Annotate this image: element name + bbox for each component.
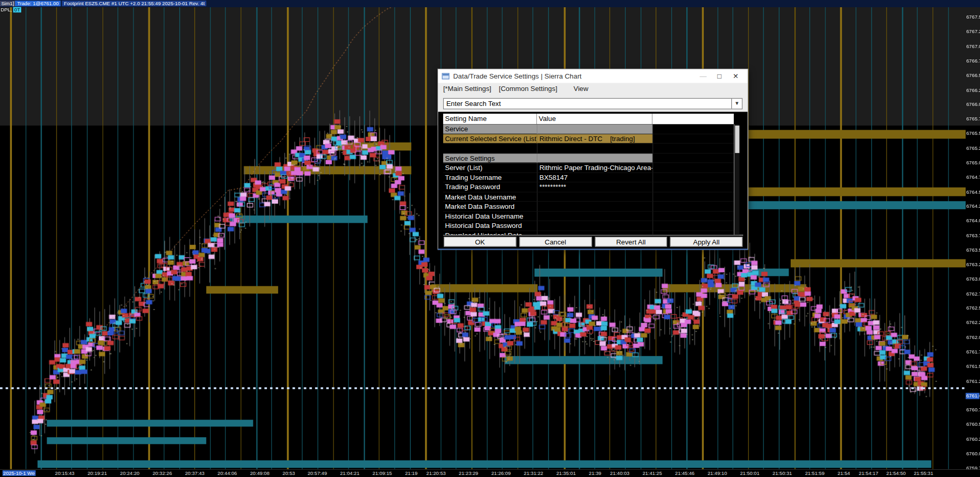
search-input[interactable]: Enter Search Text [444, 99, 731, 109]
price-label: 6760.50 [966, 422, 980, 428]
setting-value [537, 144, 653, 153]
price-label: 6766.50 [966, 72, 980, 79]
setting-row[interactable]: Service Settings [443, 153, 734, 163]
row-filler [653, 231, 734, 235]
setting-value: BX58147 [537, 173, 653, 182]
price-label: 6764.00 [966, 218, 980, 224]
time-label: 20:53 [282, 470, 295, 476]
apply-all-button[interactable]: Apply All [670, 237, 743, 247]
setting-row[interactable]: Market Data Password [443, 202, 734, 212]
time-label: 20:44:06 [218, 470, 237, 476]
setting-row [443, 144, 734, 153]
price-label: 6764.75 [966, 175, 980, 181]
time-label: 21:50:01 [740, 470, 760, 476]
setting-value [537, 221, 653, 231]
setting-row[interactable]: Trading Password********** [443, 182, 734, 192]
column-header-setting-name: Setting Name [443, 114, 537, 125]
price-label: 6761.50 [966, 364, 980, 370]
price-label: 6761.75 [966, 349, 980, 355]
dpl-label: DPL, [1, 7, 12, 12]
price-label: 6760.75 [966, 407, 980, 413]
price-label: 6760.25 [966, 436, 980, 442]
pl-indicator: DPL,0T [1, 7, 21, 13]
maximize-button[interactable]: □ [711, 69, 727, 83]
setting-row[interactable]: Server (List)Rithmic Paper Trading-Chica… [443, 163, 734, 173]
row-filler [653, 202, 734, 212]
column-header-value: Value [537, 114, 653, 125]
table-scrollbar[interactable] [734, 125, 740, 235]
setting-name: Trading Password [443, 182, 537, 192]
setting-row[interactable]: Historical Data Password [443, 221, 734, 231]
setting-name: Historical Data Password [443, 221, 537, 231]
time-label: 20:32:26 [153, 470, 172, 476]
dialog-titlebar[interactable]: Data/Trade Service Settings | Sierra Cha… [438, 69, 747, 83]
row-filler [653, 134, 734, 144]
setting-row[interactable]: Current Selected Service (List)Rithmic D… [443, 134, 734, 144]
time-label: 21:09:15 [372, 470, 392, 476]
ok-button[interactable]: OK [444, 237, 516, 247]
time-label: 21:31:22 [524, 470, 544, 476]
row-filler [653, 144, 734, 153]
row-filler [653, 192, 734, 202]
row-filler [653, 212, 734, 222]
time-label: 21:49:10 [707, 470, 727, 476]
price-label: 6767.00 [966, 43, 980, 50]
setting-row[interactable]: Download Historical Data [443, 231, 734, 235]
setting-row[interactable]: Market Data Username [443, 192, 734, 202]
setting-row[interactable]: Trading UsernameBX58147 [443, 173, 734, 182]
chart-titlebar: Sim1]Trade: 1@6761.00 Footprint ESZ5.CME… [0, 0, 980, 7]
setting-value [537, 231, 653, 235]
menu-view[interactable]: View [574, 85, 589, 93]
account-label: Sim1] [0, 1, 16, 6]
price-axis[interactable]: 6767.506767.256767.006766.756766.506766.… [966, 7, 980, 469]
revert-all-button[interactable]: Revert All [595, 237, 667, 247]
minimize-button: — [695, 69, 711, 83]
cancel-button[interactable]: Cancel [519, 237, 592, 247]
row-filler [653, 163, 734, 173]
time-label: 21:50:31 [773, 470, 792, 476]
setting-name: Service Settings [443, 153, 537, 163]
menu-common-settings[interactable]: [Common Settings] [499, 85, 557, 93]
price-label: 6766.25 [966, 87, 980, 94]
menu-main-settings[interactable]: [*Main Settings] [443, 85, 491, 93]
price-label: 6762.75 [966, 291, 980, 297]
search-combobox[interactable]: Enter Search Text ▼ [443, 98, 743, 110]
price-label: 6764.50 [966, 189, 980, 195]
search-area: Enter Search Text ▼ [438, 95, 747, 112]
scrollbar-thumb[interactable] [735, 126, 739, 153]
setting-value [537, 153, 653, 163]
time-label: 20:57:49 [308, 470, 327, 476]
time-label: 20:15:43 [55, 470, 74, 476]
chevron-down-icon[interactable]: ▼ [731, 99, 742, 109]
time-label: 21:40:03 [610, 470, 630, 476]
time-label: 21:45:46 [675, 470, 695, 476]
setting-row[interactable]: Service [443, 125, 734, 134]
dialog-buttons: OK Cancel Revert All Apply All [443, 235, 743, 249]
price-label: 6762.00 [966, 334, 980, 341]
time-label: 21:55:31 [914, 470, 933, 476]
dialog-title: Data/Trade Service Settings | Sierra Cha… [453, 72, 695, 80]
price-label: 6764.25 [966, 204, 980, 210]
price-label: 6762.25 [966, 320, 980, 326]
dpl-value: 0T [13, 7, 21, 12]
setting-value: Rithmic Direct - DTC [trading] [537, 134, 653, 144]
last-price-label: 6761.00 [966, 393, 979, 399]
row-filler [653, 182, 734, 192]
dialog-menubar: [*Main Settings][Common Settings]View [438, 83, 747, 95]
row-filler [653, 221, 734, 231]
time-axis[interactable]: 2025-10-1 We20:15:4320:19:2120:24:2020:3… [0, 469, 980, 477]
setting-name: Service [443, 125, 537, 134]
row-filler [653, 153, 734, 163]
price-label: 6760.00 [966, 451, 980, 457]
setting-name [443, 144, 537, 153]
setting-value [537, 202, 653, 212]
setting-row[interactable]: Historical Data Username [443, 212, 734, 222]
settings-panel: Setting Name Value ServiceCurrent Select… [438, 112, 747, 249]
setting-name: Market Data Username [443, 192, 537, 202]
price-label: 6766.75 [966, 58, 980, 64]
close-icon[interactable]: ✕ [728, 69, 744, 83]
time-label: 21:35:01 [556, 470, 576, 476]
row-filler [653, 173, 734, 182]
setting-value: Rithmic Paper Trading-Chicago Area-Non [537, 163, 653, 173]
time-label: 21:54:17 [859, 470, 879, 476]
